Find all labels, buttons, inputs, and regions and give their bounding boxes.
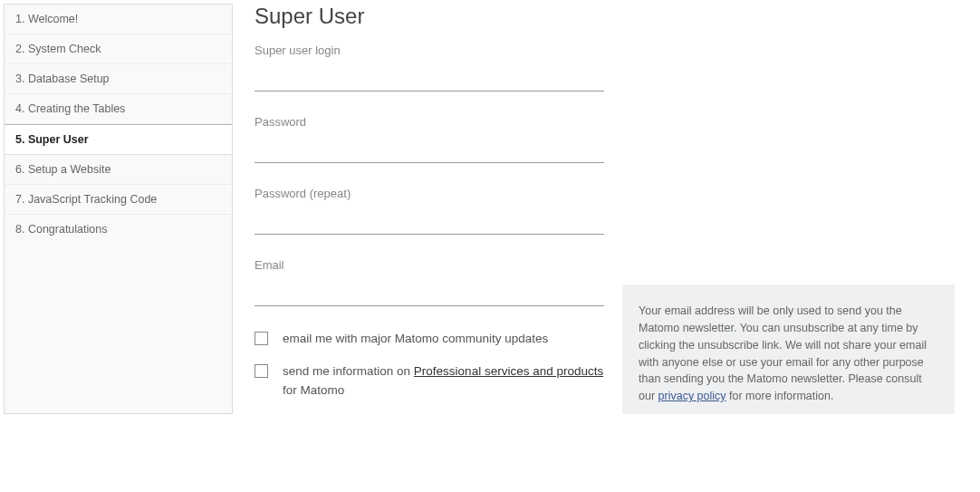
email-label: Email (255, 258, 604, 272)
super-user-form: Super User Super user login Password Pas… (255, 4, 604, 414)
sidebar-item-setup-website[interactable]: 6. Setup a Website (5, 155, 232, 185)
sidebar-item-super-user[interactable]: 5. Super User (5, 124, 232, 155)
login-label: Super user login (255, 43, 604, 57)
privacy-policy-link[interactable]: privacy policy (658, 390, 726, 402)
newsletter-checkbox[interactable] (255, 332, 268, 345)
page-title: Super User (255, 4, 604, 29)
password-input[interactable] (255, 138, 604, 163)
password-repeat-label: Password (repeat) (255, 187, 604, 200)
professional-services-link[interactable]: Professional services and products (414, 364, 603, 378)
sidebar-item-congratulations[interactable]: 8. Congratulations (5, 215, 232, 244)
password-label: Password (255, 115, 604, 129)
newsletter-checkbox-label: email me with major Matomo community upd… (283, 330, 548, 348)
login-input[interactable] (255, 66, 604, 92)
sidebar-item-database-setup[interactable]: 3. Database Setup (5, 64, 232, 94)
sidebar-item-welcome[interactable]: 1. Welcome! (5, 5, 232, 34)
sidebar-item-system-check[interactable]: 2. System Check (5, 34, 232, 64)
email-privacy-notice: Your email address will be only used to … (622, 285, 955, 414)
professional-checkbox[interactable] (255, 364, 268, 378)
professional-checkbox-label: send me information on Professional serv… (283, 362, 604, 400)
sidebar-item-creating-tables[interactable]: 4. Creating the Tables (5, 94, 232, 124)
password-repeat-input[interactable] (255, 209, 604, 235)
install-steps-nav: 1. Welcome! 2. System Check 3. Database … (4, 4, 233, 414)
sidebar-item-tracking-code[interactable]: 7. JavaScript Tracking Code (5, 185, 232, 215)
email-input[interactable] (255, 281, 604, 306)
